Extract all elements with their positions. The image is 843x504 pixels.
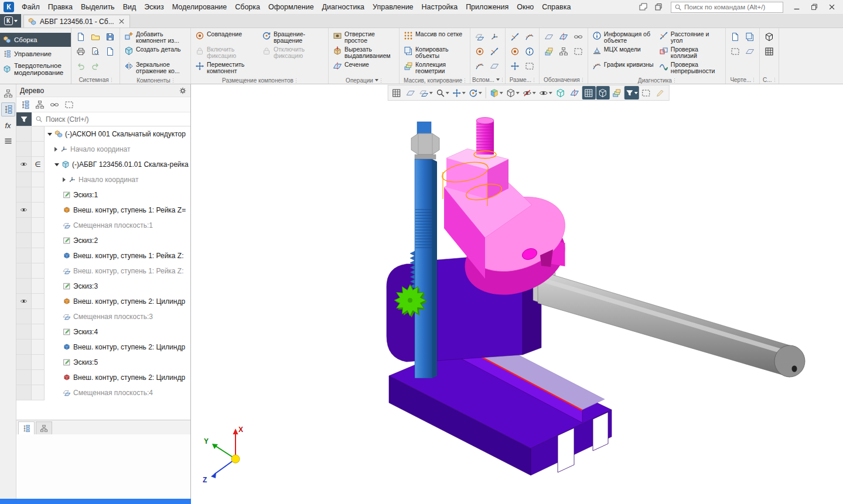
print-preview-button[interactable]: [88, 44, 103, 59]
effects-button[interactable]: [610, 86, 623, 100]
object-info-button[interactable]: Информация об объекте: [591, 30, 656, 45]
close-button[interactable]: [823, 0, 841, 14]
expander-open-icon[interactable]: [47, 133, 52, 136]
tree-row-offset-plane[interactable]: Смещенная плоскость:3: [16, 309, 190, 324]
document-properties-button[interactable]: [103, 44, 117, 59]
tree-row-offset-plane[interactable]: Смещенная плоскость:1: [16, 218, 190, 233]
menu-applications[interactable]: Приложения: [462, 1, 513, 13]
move-component-button[interactable]: Переместить компонент: [193, 60, 259, 76]
tree-row-operation[interactable]: Внеш. контур, ступень 1: Рейка Z:: [16, 248, 190, 263]
menu-settings[interactable]: Настройка: [418, 1, 462, 13]
create-part-button[interactable]: Создать деталь: [122, 45, 188, 60]
menu-file[interactable]: Файл: [18, 1, 44, 13]
parameters-panel-button[interactable]: [1, 87, 15, 101]
tree-filter-button[interactable]: [16, 112, 32, 126]
eye-icon[interactable]: [20, 160, 28, 168]
variables-panel-button[interactable]: fx: [1, 118, 15, 132]
expander-closed-icon[interactable]: [63, 177, 66, 182]
cut-extrude-button[interactable]: Вырезать выдавливанием: [331, 45, 397, 60]
visibility-gutter[interactable]: [16, 279, 32, 294]
drawing-leader-button[interactable]: [743, 44, 757, 59]
copy-objects-button[interactable]: Копировать объекты: [402, 45, 467, 60]
axes-widget[interactable]: X Y Z: [203, 426, 243, 484]
designation-button-4[interactable]: [542, 44, 556, 59]
print-button[interactable]: [74, 44, 88, 59]
open-document-button[interactable]: [88, 30, 103, 44]
menu-assembly[interactable]: Сборка: [231, 1, 264, 13]
offset-plane-button[interactable]: [473, 30, 487, 44]
orientation-button[interactable]: [488, 86, 504, 100]
curvature-graph-button[interactable]: График кривизны: [591, 60, 656, 76]
dimension-button-6[interactable]: [523, 59, 537, 73]
distance-angle-button[interactable]: Расстояние и угол: [657, 30, 723, 45]
mode-solid-modeling[interactable]: Твердотельное моделирование: [0, 61, 71, 77]
aux-point-button[interactable]: [473, 44, 487, 59]
simple-hole-button[interactable]: Отверстие простое: [331, 30, 397, 45]
visibility-gutter[interactable]: [16, 157, 32, 172]
designation-button-3[interactable]: [571, 30, 585, 44]
expander-closed-icon[interactable]: [54, 147, 57, 152]
aux-plane-button[interactable]: [487, 59, 501, 73]
continuity-check-button[interactable]: Проверка непрерывности: [657, 60, 723, 76]
tree-search-input[interactable]: [46, 115, 187, 124]
command-search-box[interactable]: [671, 2, 783, 13]
tree-row-sketch[interactable]: Эскиз:4: [16, 324, 190, 340]
document-tab[interactable]: АБВГ 123456.01 - Сб...: [23, 15, 130, 28]
aux-axis-button[interactable]: [487, 30, 501, 44]
tree-structure-button[interactable]: [33, 98, 46, 111]
rotation-rotation-mate-button[interactable]: Вращение-вращение: [260, 30, 326, 45]
placement-plane-button[interactable]: [418, 86, 434, 100]
mirror-component-button[interactable]: Зеркальное отражение ко...: [122, 60, 188, 76]
display-mode-button[interactable]: [504, 86, 520, 100]
mode-assembly[interactable]: Сборка: [0, 33, 71, 47]
menu-window[interactable]: Окно: [513, 1, 538, 13]
tree-row-operation[interactable]: Внеш. контур, ступень 1: Рейка Z:: [16, 263, 190, 279]
save-button[interactable]: [103, 30, 117, 44]
clip-geometry-button[interactable]: [554, 86, 567, 100]
enable-fixation-button[interactable]: Включить фиксацию: [193, 45, 259, 60]
menu-edit[interactable]: Правка: [44, 1, 77, 13]
geometry-collection-button[interactable]: Коллекция геометрии: [402, 60, 467, 76]
linear-dimension-button[interactable]: [508, 30, 522, 44]
quick-selection-button[interactable]: [639, 86, 653, 100]
tree-row-operation[interactable]: Внеш. контур, ступень 1: Рейка Z=: [16, 203, 190, 218]
tab-close-icon[interactable]: [118, 18, 125, 25]
tree-row-origin[interactable]: Начало координат: [16, 142, 190, 157]
expander-open-icon[interactable]: [54, 163, 59, 166]
visibility-gutter[interactable]: [16, 355, 32, 370]
tree-row-sketch[interactable]: Эскиз:5: [16, 355, 190, 370]
tree-select-frame-button[interactable]: [63, 98, 76, 111]
hide-elements-button[interactable]: [537, 86, 553, 100]
minimize-button[interactable]: [788, 0, 806, 14]
section-display-button[interactable]: [568, 86, 581, 100]
menu-layout[interactable]: Оформление: [264, 1, 318, 13]
redo-button[interactable]: [88, 59, 103, 73]
s-button-1[interactable]: [762, 30, 776, 44]
designation-button-6[interactable]: [571, 44, 585, 59]
tree-search-box[interactable]: [32, 112, 190, 126]
zoom-button[interactable]: [434, 86, 450, 100]
command-search-input[interactable]: [684, 4, 780, 11]
drawing-break-button[interactable]: [728, 44, 742, 59]
window-cascade-icon[interactable]: [636, 1, 650, 13]
panel-menu-button[interactable]: [1, 134, 15, 148]
mode-management[interactable]: Управление: [0, 47, 71, 61]
tree-row-origin[interactable]: Начало координат: [16, 172, 190, 187]
visibility-gutter[interactable]: [16, 126, 32, 142]
viewport-3d[interactable]: X Y Z: [191, 84, 843, 504]
tree-row-operation[interactable]: Внеш. контур, ступень 2: Цилиндр: [16, 370, 190, 385]
menu-view[interactable]: Вид: [119, 1, 141, 13]
visibility-gutter[interactable]: [16, 233, 32, 248]
model-threaded-stud[interactable]: [476, 118, 494, 155]
dimension-button-5[interactable]: [508, 59, 522, 73]
grid-array-button[interactable]: Массив по сетке: [402, 30, 467, 45]
hide-objects-button[interactable]: [521, 86, 537, 100]
tree-row-sketch[interactable]: Эскиз:2: [16, 233, 190, 248]
menu-help[interactable]: Справка: [538, 1, 575, 13]
tree-panel-button[interactable]: [1, 102, 15, 116]
mate-coincident-button[interactable]: Совпадение: [193, 30, 259, 45]
menu-modeling[interactable]: Моделирование: [168, 1, 231, 13]
menu-sketch[interactable]: Эскиз: [140, 1, 168, 13]
window-new-icon[interactable]: [651, 1, 665, 13]
tree-relations-button[interactable]: [48, 98, 61, 111]
